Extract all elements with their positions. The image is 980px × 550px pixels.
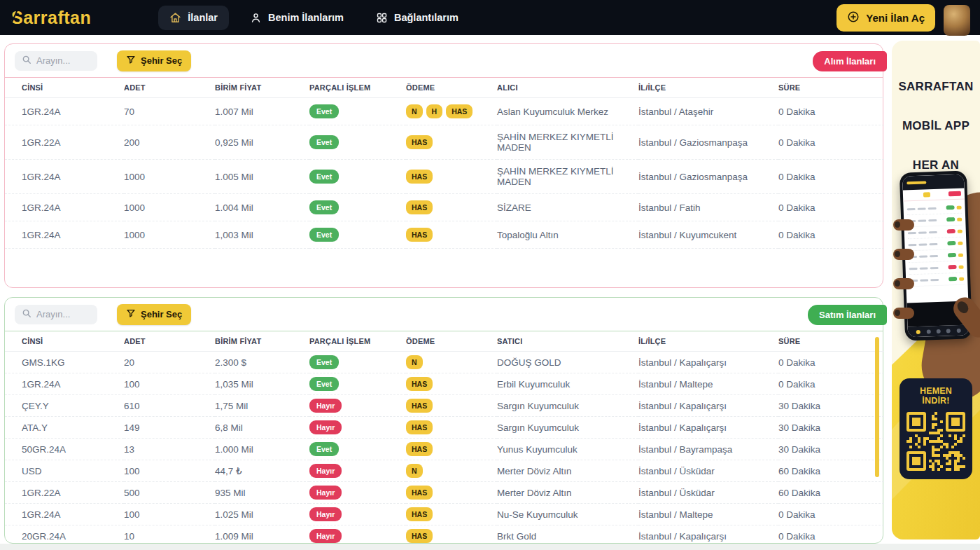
cell-quantity: 70 xyxy=(124,98,215,125)
cell-duration: 0 Dakika xyxy=(778,98,884,125)
cell-unit-price: 1,75 Mil xyxy=(215,395,309,417)
cell-unit-price: 2.300 $ xyxy=(215,352,309,373)
col-odeme: ÖDEME xyxy=(406,78,497,98)
cell-seller: Merter Döviz Altın xyxy=(497,460,638,482)
table-row[interactable]: 1GR.24A10001.004 MilEvetHASSİZAREİstanbu… xyxy=(5,194,884,221)
promo-line: MOBİL APP xyxy=(892,106,980,146)
cell-product: 1GR.24A xyxy=(5,221,124,249)
payment-badge: HAS xyxy=(406,399,433,413)
table-row[interactable]: 1GR.22A500935 MilHayırHASMerter Döviz Al… xyxy=(5,482,884,504)
table-row[interactable]: 50GR.24A131.000 MilEvetHASYunus Kuyumcul… xyxy=(5,439,884,460)
cell-partial: Evet xyxy=(309,125,406,160)
nav-item-baglantilarim[interactable]: Bağlantılarım xyxy=(365,6,470,30)
payment-badge: HAS xyxy=(406,228,433,242)
promo-line: SARRAFTAN xyxy=(892,67,980,106)
buy-city-select-button[interactable]: Şehir Seç xyxy=(117,50,191,71)
col-satici: SATICI xyxy=(497,331,638,352)
cell-location: İstanbul / Kuyumcukent xyxy=(638,221,778,249)
hand-finger xyxy=(893,278,914,289)
cell-payment: NHHAS xyxy=(406,98,497,125)
search-icon xyxy=(22,308,31,321)
cell-unit-price: 6,8 Mil xyxy=(215,417,309,439)
partial-badge: Hayır xyxy=(309,420,342,434)
partial-badge: Evet xyxy=(309,377,339,391)
cell-location: İstanbul / Kapalıçarşı xyxy=(638,525,778,547)
qr-card: HEMEN İNDİR! xyxy=(899,378,972,479)
table-row[interactable]: 1GR.24A10001.005 MilEvetHASŞAHİN MERKEZ … xyxy=(5,160,884,194)
table-row[interactable]: 1GR.24A1001.025 MilHayırHASNu-Se Kuyumcu… xyxy=(5,504,884,525)
cell-duration: 0 Dakika xyxy=(778,547,884,550)
sell-search-wrap xyxy=(15,305,97,324)
qr-code xyxy=(906,412,965,471)
cell-quantity: 13 xyxy=(124,439,215,460)
sell-panel-toolbar: Şehir Seç Satım İlanları xyxy=(5,298,883,331)
cell-unit-price: 1.009 Mil xyxy=(215,525,309,547)
cell-duration: 0 Dakika xyxy=(778,504,884,525)
table-row[interactable]: 20GR.24A101.009 MilHayırHASBrkt Goldİsta… xyxy=(5,525,884,547)
cell-payment: HAS xyxy=(406,547,497,550)
cell-partial: Evet xyxy=(309,221,406,249)
download-label: HEMEN İNDİR! xyxy=(906,386,966,406)
payment-badge: N xyxy=(406,104,423,118)
table-row[interactable]: YRM.E1003,5 MilEvetHASNu-Se Kuyumculukİs… xyxy=(5,547,884,550)
payment-badge: HAS xyxy=(406,507,433,521)
table-row[interactable]: 1GR.24A1001,035 MilEvetHASErbil Kuyumcul… xyxy=(5,373,884,395)
sell-listings-badge: Satım İlanları xyxy=(808,305,887,325)
sell-search-input[interactable] xyxy=(36,309,90,319)
nav-item-ilanlar[interactable]: İlanlar xyxy=(158,6,229,30)
payment-badge: HAS xyxy=(406,420,433,434)
cell-unit-price: 1.007 Mil xyxy=(215,98,309,125)
table-row[interactable]: USD10044,7 ₺HayırNMerter Döviz Altınİsta… xyxy=(5,460,884,482)
buy-search-input[interactable] xyxy=(36,55,90,66)
partial-badge: Evet xyxy=(309,200,339,214)
table-scrollbar[interactable] xyxy=(875,337,879,477)
table-row[interactable]: 1GR.24A10001,003 MilEvetHASTopaloğlu Alt… xyxy=(5,221,884,249)
cell-quantity: 149 xyxy=(124,417,215,439)
col-alici: ALICI xyxy=(497,78,638,98)
payment-badge: N xyxy=(406,355,423,369)
payment-badge: HAS xyxy=(406,442,433,456)
table-row[interactable]: GMS.1KG202.300 $EvetNDOĞUŞ GOLDİstanbul … xyxy=(5,352,884,373)
cell-quantity: 610 xyxy=(124,395,215,417)
table-row[interactable]: ÇEY.Y6101,75 MilHayırHASSargın Kuyumculu… xyxy=(5,395,884,417)
cell-payment: HAS xyxy=(406,160,497,194)
app-logo[interactable]: Sarraftan xyxy=(10,8,91,28)
cell-partial: Hayır xyxy=(309,460,406,482)
cell-location: İstanbul / Maltepe xyxy=(638,373,778,395)
cell-duration: 0 Dakika xyxy=(778,194,884,221)
table-row[interactable]: 1GR.22A2000,925 MilEvetHASŞAHİN MERKEZ K… xyxy=(5,125,884,160)
cell-payment: HAS xyxy=(406,525,497,547)
cell-product: 50GR.24A xyxy=(5,439,124,460)
cell-seller: Sargın Kuyumculuk xyxy=(497,395,638,417)
new-listing-button[interactable]: Yeni İlan Aç xyxy=(836,4,935,32)
cell-quantity: 1000 xyxy=(124,194,215,221)
cell-payment: HAS xyxy=(406,439,497,460)
cell-duration: 30 Dakika xyxy=(778,395,884,417)
cell-payment: HAS xyxy=(406,417,497,439)
col-cinsi: CİNSİ xyxy=(5,78,124,98)
hand-finger xyxy=(893,308,914,319)
nav-item-benim-ilanlarim[interactable]: Benim İlanlarım xyxy=(239,6,355,30)
cell-payment: HAS xyxy=(406,482,497,504)
hand-finger xyxy=(893,219,914,231)
cell-partial: Evet xyxy=(309,160,406,194)
table-row[interactable]: 1GR.24A701.007 MilEvetNHHASAslan Kuyumcu… xyxy=(5,98,884,125)
table-row[interactable]: ATA.Y1496,8 MilHayırHASSargın Kuyumculuk… xyxy=(5,417,884,439)
new-listing-label: Yeni İlan Aç xyxy=(866,12,925,24)
buy-table-header: CİNSİ ADET BİRİM FİYAT PARÇALI İŞLEM ÖDE… xyxy=(5,78,884,98)
sell-panel: Şehir Seç Satım İlanları CİNSİ ADET BİRİ… xyxy=(4,297,883,544)
cell-location: İstanbul / Fatih xyxy=(638,194,778,221)
cell-duration: 0 Dakika xyxy=(778,221,884,249)
cell-unit-price: 935 Mil xyxy=(215,482,309,504)
buy-table-body: 1GR.24A701.007 MilEvetNHHASAslan Kuyumcu… xyxy=(5,98,884,249)
cell-duration: 60 Dakika xyxy=(778,460,884,482)
cell-location: İstanbul / Maltepe xyxy=(638,504,778,525)
cell-duration: 0 Dakika xyxy=(778,125,884,160)
avatar[interactable] xyxy=(944,5,970,36)
partial-badge: Evet xyxy=(309,104,339,118)
cell-payment: HAS xyxy=(406,194,497,221)
sell-city-select-button[interactable]: Şehir Seç xyxy=(117,304,191,325)
cell-payment: HAS xyxy=(406,504,497,525)
cell-product: ÇEY.Y xyxy=(5,395,124,417)
partial-badge: Evet xyxy=(309,170,339,184)
